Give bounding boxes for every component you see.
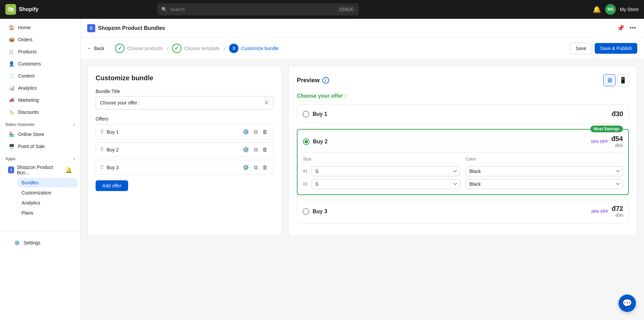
sidebar-item-orders[interactable]: 📦 Orders bbox=[3, 34, 77, 46]
save-button[interactable]: Save bbox=[570, 43, 592, 54]
preview-title-wrap: Preview i bbox=[297, 77, 329, 84]
radio-buy3[interactable] bbox=[303, 208, 309, 215]
discounts-icon: 🏷️ bbox=[8, 109, 15, 116]
drag-handle-buy2[interactable]: ⠿ bbox=[100, 146, 104, 153]
topnav-right: 🔔 MS My Store bbox=[593, 4, 639, 15]
sidebar-item-products[interactable]: 🛒 Products bbox=[3, 46, 77, 58]
step-3-label: Customize bundle bbox=[241, 46, 279, 51]
sidebar-item-online-store[interactable]: 🏪 Online Store bbox=[3, 128, 77, 140]
preview-device-buttons: 🖥 📱 bbox=[603, 74, 629, 86]
duplicate-offer-buy2[interactable]: ⧉ bbox=[253, 146, 259, 153]
offer-card-buy2[interactable]: Most Savings Buy 2 10% OFF đ54 đ60 bbox=[297, 129, 629, 195]
app-header-actions: 📌 ••• bbox=[615, 23, 637, 33]
bell-icon[interactable]: 🔔 bbox=[593, 5, 601, 13]
pin-button[interactable]: 📌 bbox=[615, 23, 626, 33]
products-icon: 🛒 bbox=[8, 48, 15, 55]
info-icon: i bbox=[322, 77, 329, 84]
sidebar-item-label: Content bbox=[18, 73, 35, 79]
offers-label: Offers bbox=[96, 116, 273, 122]
notification-icon: 🔔 bbox=[65, 167, 72, 173]
sidebar-item-content[interactable]: 📄 Content bbox=[3, 70, 77, 82]
delete-offer-buy2[interactable]: 🗑 bbox=[261, 146, 269, 153]
shopify-wordmark: Shopify bbox=[19, 6, 39, 12]
save-publish-button[interactable]: Save & Publish bbox=[595, 43, 637, 54]
offer-row-buy1: ⠿ Buy 1 ⚙️ ⧉ 🗑 bbox=[96, 124, 273, 139]
mobile-view-button[interactable]: 📱 bbox=[617, 74, 629, 86]
drag-handle-buy3[interactable]: ⠿ bbox=[100, 164, 104, 171]
orders-icon: 📦 bbox=[8, 36, 15, 43]
analytics-icon: 📊 bbox=[8, 85, 15, 91]
settings-offer-buy1[interactable]: ⚙️ bbox=[241, 128, 251, 136]
offer-actions-buy1: ⚙️ ⧉ 🗑 bbox=[241, 128, 269, 136]
search-shortcut: CTRLK bbox=[338, 7, 355, 12]
clear-input-button[interactable]: ✕ bbox=[264, 99, 269, 106]
color-select-1[interactable]: BlackWhiteRed bbox=[466, 166, 623, 176]
offer-card-buy1[interactable]: Buy 1 đ30 bbox=[297, 104, 629, 124]
sidebar: 🏠 Home 📦 Orders 🛒 Products 👤 Customers 📄… bbox=[0, 19, 80, 320]
preview-title-text: Preview bbox=[297, 77, 320, 84]
sidebar-item-shopzon[interactable]: S Shopzon Product Bun... 🔔 bbox=[3, 163, 77, 177]
sidebar-item-settings[interactable]: ⚙️ Settings bbox=[8, 237, 72, 249]
bundle-title-input-wrap: ✕ bbox=[96, 96, 273, 109]
settings-offer-buy3[interactable]: ⚙️ bbox=[241, 164, 251, 171]
radio-buy1[interactable] bbox=[303, 111, 309, 118]
settings-section: ⚙️ Settings bbox=[0, 231, 80, 252]
search-icon: 🔍 bbox=[161, 7, 167, 12]
search-input[interactable] bbox=[170, 7, 335, 12]
offer-buy2-original-price: đ60 bbox=[611, 143, 623, 148]
sidebar-item-customers[interactable]: 👤 Customers bbox=[3, 58, 77, 70]
step-chevron-2: › bbox=[224, 46, 225, 51]
sidebar-item-label: Marketing bbox=[18, 97, 39, 103]
size-select-2[interactable]: SMLXL bbox=[312, 179, 460, 189]
sidebar-sub-analytics[interactable]: Analytics bbox=[17, 198, 77, 208]
drag-handle-buy1[interactable]: ⠿ bbox=[100, 129, 104, 135]
sidebar-item-discounts[interactable]: 🏷️ Discounts bbox=[3, 106, 77, 118]
radio-buy2[interactable] bbox=[303, 138, 310, 145]
home-icon: 🏠 bbox=[8, 24, 15, 31]
sidebar-sub-plans[interactable]: Plans bbox=[17, 208, 77, 218]
step-choose-products: ✓ Choose products bbox=[115, 44, 163, 53]
sidebar-item-marketing[interactable]: 📣 Marketing bbox=[3, 94, 77, 106]
preview-header: Preview i 🖥 📱 bbox=[297, 74, 629, 86]
delete-offer-buy1[interactable]: 🗑 bbox=[261, 128, 269, 136]
marketing-icon: 📣 bbox=[8, 97, 15, 103]
settings-offer-buy2[interactable]: ⚙️ bbox=[241, 146, 251, 153]
apps-section: Apps › bbox=[0, 152, 80, 163]
offer-actions-buy3: ⚙️ ⧉ 🗑 bbox=[241, 164, 269, 171]
offer-buy3-original-price: đ90 bbox=[612, 213, 623, 218]
offer-row-buy3: ⠿ Buy 3 ⚙️ ⧉ 🗑 bbox=[96, 160, 273, 175]
add-offer-button[interactable]: Add offer bbox=[96, 180, 128, 191]
duplicate-offer-buy1[interactable]: ⧉ bbox=[253, 128, 259, 136]
sidebar-item-label: Point of Sale bbox=[18, 144, 45, 149]
color-select-2[interactable]: BlackWhiteRed bbox=[466, 179, 623, 189]
offer-card-buy3[interactable]: Buy 3 20% OFF đ72 đ90 bbox=[297, 199, 629, 224]
step-choose-template: ✓ Choose template bbox=[172, 44, 220, 53]
main-content: S Shopzon Product Bundles 📌 ••• ← Back ✓… bbox=[80, 19, 644, 320]
sidebar-item-label: Analytics bbox=[18, 85, 37, 91]
delete-offer-buy3[interactable]: 🗑 bbox=[261, 164, 269, 171]
variant-section-buy2: Size Color #1 SMLXL bbox=[303, 152, 623, 189]
bundle-title-input[interactable] bbox=[100, 100, 264, 105]
sidebar-item-home[interactable]: 🏠 Home bbox=[3, 21, 77, 34]
more-options-button[interactable]: ••• bbox=[628, 23, 637, 33]
sidebar-sub-customization[interactable]: Customization bbox=[17, 188, 77, 197]
sidebar-item-pos[interactable]: 🖥️ Point of Sale bbox=[3, 140, 77, 152]
back-button[interactable]: ← Back bbox=[87, 46, 104, 51]
offer-card-buy1-name: Buy 1 bbox=[313, 111, 608, 117]
offer-buy2-price: đ54 bbox=[611, 135, 623, 143]
offer-buy3-price: đ72 bbox=[612, 205, 623, 213]
size-select-1[interactable]: SMLXL bbox=[312, 166, 460, 176]
search-bar[interactable]: 🔍 CTRLK bbox=[157, 3, 359, 15]
duplicate-offer-buy3[interactable]: ⧉ bbox=[253, 164, 259, 171]
sidebar-sub-bundles[interactable]: Bundles bbox=[17, 178, 77, 187]
shopzon-icon: S bbox=[8, 167, 14, 173]
chat-button[interactable]: 💬 bbox=[619, 294, 636, 312]
content-area: Customize bundle Bundle Title ✕ Offers ⠿… bbox=[80, 59, 644, 243]
desktop-view-button[interactable]: 🖥 bbox=[603, 74, 615, 86]
app-header: S Shopzon Product Bundles 📌 ••• bbox=[80, 19, 644, 38]
sidebar-item-analytics[interactable]: 📊 Analytics bbox=[3, 82, 77, 94]
step-3-circle: 3 bbox=[229, 44, 238, 53]
offer-name-buy2: Buy 2 bbox=[107, 147, 238, 152]
step-chevron-1: › bbox=[167, 46, 168, 51]
avatar: MS bbox=[605, 4, 616, 15]
